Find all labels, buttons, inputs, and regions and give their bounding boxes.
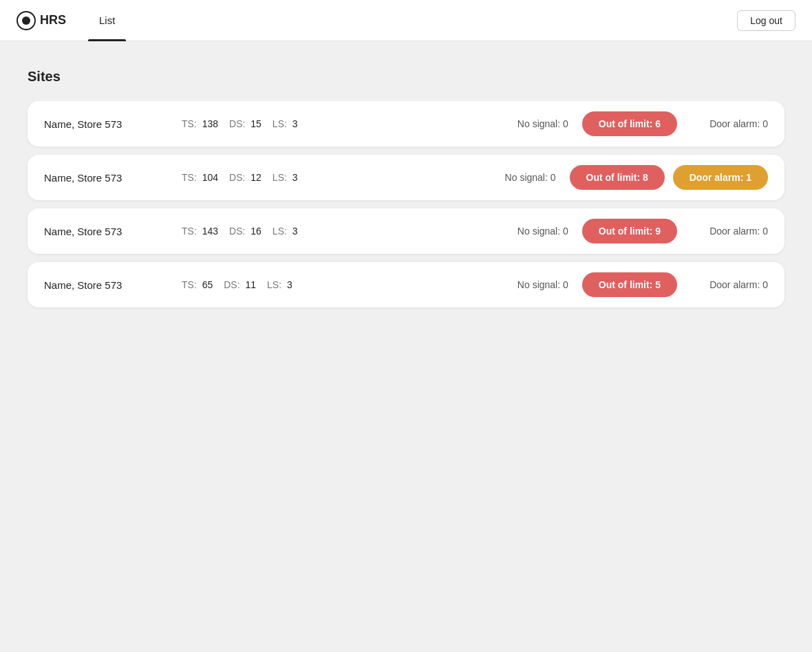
stat-value: 15 — [250, 118, 261, 129]
site-stats: TS: 143DS: 16LS: 3 — [182, 226, 517, 237]
stat-label: DS: — [229, 172, 245, 183]
no-signal: No signal: 0 — [505, 172, 556, 183]
header-left: HRS List — [17, 0, 126, 41]
stat-label: DS: — [224, 279, 239, 290]
site-signals: No signal: 0Out of limit: 5Door alarm: 0 — [517, 272, 768, 297]
nav-tabs: List — [88, 0, 126, 41]
stat-label: LS: — [273, 226, 287, 237]
stat-label: LS: — [273, 172, 287, 183]
stat-item: DS: 16 — [229, 226, 261, 237]
stat-label: TS: — [182, 279, 197, 290]
no-signal: No signal: 0 — [517, 226, 568, 237]
stat-label: TS: — [182, 172, 197, 183]
logo-icon — [17, 11, 36, 30]
stat-label: TS: — [182, 118, 197, 129]
out-of-limit-badge: Out of limit: 9 — [582, 219, 677, 243]
header: HRS List Log out — [0, 0, 812, 41]
stat-label: LS: — [267, 279, 281, 290]
logout-button[interactable]: Log out — [737, 10, 795, 31]
stat-item: DS: 12 — [229, 172, 261, 183]
door-alarm: Door alarm: 0 — [685, 226, 768, 237]
logo: HRS — [17, 11, 66, 30]
stat-value: 11 — [245, 279, 256, 290]
stat-value: 3 — [292, 226, 298, 237]
stat-value: 143 — [202, 226, 218, 237]
sites-list: Name, Store 573TS: 138DS: 15LS: 3No sign… — [28, 101, 784, 307]
site-name: Name, Store 573 — [44, 118, 182, 130]
no-signal: No signal: 0 — [517, 279, 568, 290]
stat-value: 104 — [202, 172, 218, 183]
site-card[interactable]: Name, Store 573TS: 138DS: 15LS: 3No sign… — [28, 101, 784, 146]
stat-label: LS: — [273, 118, 287, 129]
stat-item: TS: 65 — [182, 279, 213, 290]
site-name: Name, Store 573 — [44, 172, 182, 184]
stat-value: 3 — [292, 172, 298, 183]
out-of-limit-badge: Out of limit: 6 — [582, 111, 677, 136]
site-card[interactable]: Name, Store 573TS: 104DS: 12LS: 3No sign… — [28, 155, 784, 200]
site-card[interactable]: Name, Store 573TS: 143DS: 16LS: 3No sign… — [28, 208, 784, 254]
stat-item: TS: 143 — [182, 226, 218, 237]
site-card[interactable]: Name, Store 573TS: 65DS: 11LS: 3No signa… — [28, 262, 784, 307]
stat-label: DS: — [229, 118, 245, 129]
door-alarm: Door alarm: 0 — [685, 279, 768, 290]
stat-item: DS: 15 — [229, 118, 261, 129]
stat-item: DS: 11 — [224, 279, 256, 290]
stat-value: 16 — [250, 226, 261, 237]
stat-item: TS: 138 — [182, 118, 218, 129]
stat-item: LS: 3 — [273, 226, 298, 237]
stat-label: DS: — [229, 226, 245, 237]
door-alarm: Door alarm: 1 — [673, 165, 768, 190]
site-name: Name, Store 573 — [44, 226, 182, 237]
stat-value: 12 — [250, 172, 261, 183]
stat-value: 65 — [202, 279, 213, 290]
stat-item: LS: 3 — [273, 172, 298, 183]
main-content: Sites Name, Store 573TS: 138DS: 15LS: 3N… — [0, 41, 812, 335]
site-stats: TS: 65DS: 11LS: 3 — [182, 279, 517, 290]
stat-item: LS: 3 — [273, 118, 298, 129]
out-of-limit-badge: Out of limit: 5 — [582, 272, 677, 297]
section-title: Sites — [28, 69, 784, 85]
site-signals: No signal: 0Out of limit: 8Door alarm: 1 — [505, 165, 768, 190]
door-alarm: Door alarm: 0 — [685, 118, 768, 129]
stat-item: TS: 104 — [182, 172, 218, 183]
no-signal: No signal: 0 — [517, 118, 568, 129]
site-name: Name, Store 573 — [44, 279, 182, 291]
tab-list[interactable]: List — [88, 0, 126, 41]
stat-value: 3 — [287, 279, 292, 290]
stat-label: TS: — [182, 226, 197, 237]
site-signals: No signal: 0Out of limit: 6Door alarm: 0 — [517, 111, 768, 136]
svg-point-1 — [22, 17, 30, 25]
out-of-limit-badge: Out of limit: 8 — [570, 165, 665, 190]
site-stats: TS: 104DS: 12LS: 3 — [182, 172, 505, 183]
stat-value: 138 — [202, 118, 218, 129]
stat-value: 3 — [292, 118, 298, 129]
site-stats: TS: 138DS: 15LS: 3 — [182, 118, 517, 129]
site-signals: No signal: 0Out of limit: 9Door alarm: 0 — [517, 219, 768, 243]
logo-text: HRS — [40, 13, 66, 28]
stat-item: LS: 3 — [267, 279, 292, 290]
